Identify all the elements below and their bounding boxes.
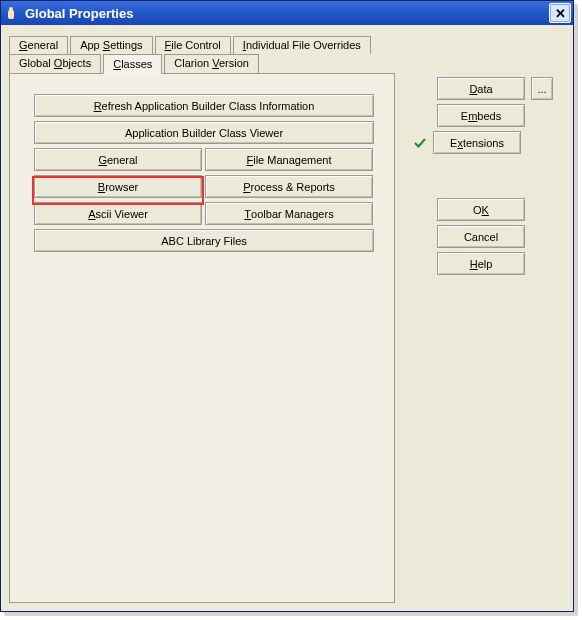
data-ellipsis-button[interactable]: ... <box>531 77 553 100</box>
window: Global Properties ✕ General App Settings… <box>0 0 574 612</box>
process-reports-button[interactable]: Process & Reports <box>205 175 373 198</box>
close-button[interactable]: ✕ <box>549 3 571 23</box>
help-button[interactable]: Help <box>437 252 525 275</box>
ok-button[interactable]: OK <box>437 198 525 221</box>
abc-library-files-button[interactable]: ABC Library Files <box>34 229 374 252</box>
extensions-button[interactable]: Extensions <box>433 131 521 154</box>
right-sidebar: Data ... Embeds Extensions <box>405 73 565 275</box>
tab-row-2: Global Objects Classes Clarion Version <box>9 53 565 73</box>
tab-general[interactable]: General <box>9 36 68 54</box>
tab-row-1: General App Settings File Control Indivi… <box>9 35 565 53</box>
titlebar: Global Properties ✕ <box>1 1 573 25</box>
refresh-class-info-button[interactable]: Refresh Application Builder Class Inform… <box>34 94 374 117</box>
tab-global-objects[interactable]: Global Objects <box>9 54 101 74</box>
general-button[interactable]: General <box>34 148 202 171</box>
data-button[interactable]: Data <box>437 77 525 100</box>
app-icon <box>5 6 19 20</box>
check-icon <box>413 136 427 150</box>
file-management-button[interactable]: File Management <box>205 148 373 171</box>
ascii-viewer-button[interactable]: Ascii Viewer <box>34 202 202 225</box>
embeds-button[interactable]: Embeds <box>437 104 525 127</box>
window-title: Global Properties <box>25 6 133 21</box>
cancel-button[interactable]: Cancel <box>437 225 525 248</box>
browser-button[interactable]: Browser <box>34 175 202 198</box>
close-icon: ✕ <box>555 6 566 21</box>
tab-file-control[interactable]: File Control <box>155 36 231 54</box>
tabstrip: General App Settings File Control Indivi… <box>9 35 565 75</box>
tab-clarion-version[interactable]: Clarion Version <box>164 54 259 74</box>
tab-individual-file-overrides[interactable]: Individual File Overrides <box>233 36 371 54</box>
class-viewer-button[interactable]: Application Builder Class Viewer <box>34 121 374 144</box>
tab-classes[interactable]: Classes <box>103 54 162 74</box>
tab-app-settings[interactable]: App Settings <box>70 36 152 54</box>
tab-body: Refresh Application Builder Class Inform… <box>9 73 395 603</box>
toolbar-managers-button[interactable]: Toolbar Managers <box>205 202 373 225</box>
